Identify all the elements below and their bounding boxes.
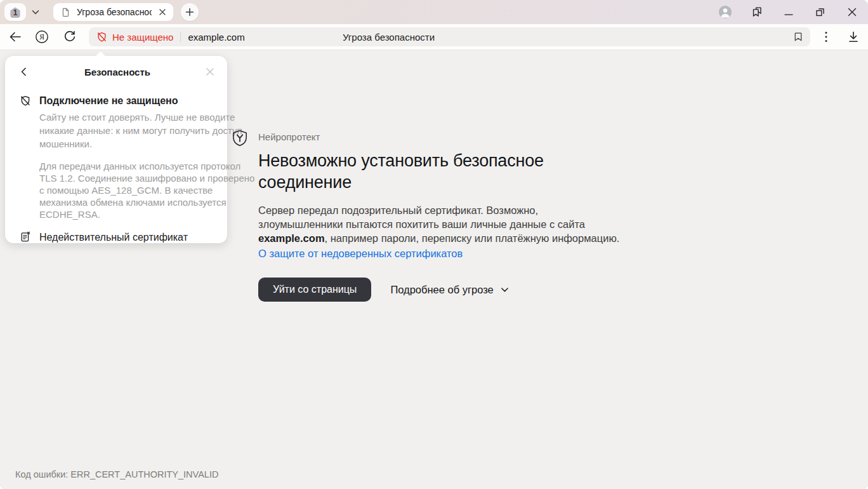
menu-kebab-icon[interactable] <box>819 29 834 44</box>
popup-back-icon[interactable] <box>18 65 30 78</box>
connection-status-title: Подключение не защищено <box>39 95 242 107</box>
error-code: Код ошибки: ERR_CERT_AUTHORITY_INVALID <box>15 469 218 479</box>
minimize-icon[interactable] <box>782 5 796 19</box>
page-icon <box>60 7 71 18</box>
new-tab-button[interactable] <box>181 3 199 21</box>
leave-page-button[interactable]: Уйти со страницы <box>258 278 371 302</box>
tab[interactable]: Угроза безопасности <box>53 3 173 21</box>
tab-counter-button[interactable]: 1 <box>4 3 26 21</box>
certificates-help-link[interactable]: О защите от недоверенных сертификатов <box>258 246 463 260</box>
connection-status-item: Подключение не защищено Сайту не стоит д… <box>5 95 227 151</box>
popup-header: Безопасность <box>5 56 227 78</box>
invalid-certificate-title: Недействительный сертификат <box>39 232 188 243</box>
security-status-label: Не защищено <box>112 32 173 43</box>
bookmark-icon[interactable] <box>792 30 805 43</box>
tab-title: Угроза безопасности <box>77 7 152 17</box>
warning-description: Сервер передал подозрительный сертификат… <box>258 203 652 245</box>
security-popup: Безопасность Подключение не защищено Сай… <box>5 56 227 243</box>
brand-label: Нейропротект <box>258 131 652 142</box>
tab-counter-badge: 1 <box>8 6 22 19</box>
connection-status-description: Сайту не стоит доверять. Лучше не вводит… <box>39 111 242 151</box>
plus-icon <box>185 7 195 17</box>
shield-off-icon <box>19 95 32 107</box>
back-icon[interactable] <box>8 29 23 44</box>
tls-details-text: Для передачи данных используется протоко… <box>39 160 227 220</box>
svg-text:Я: Я <box>39 33 44 41</box>
url-text: example.com <box>188 32 244 43</box>
address-bar[interactable]: Не защищено example.com Угроза безопасно… <box>89 27 810 46</box>
tab-bar: 1 Угроза безопасности <box>0 0 868 24</box>
close-window-icon[interactable] <box>845 5 859 19</box>
security-status-badge[interactable]: Не защищено <box>96 31 173 43</box>
popup-title: Безопасность <box>30 67 204 77</box>
shield-off-icon <box>96 31 108 43</box>
page-title: Невозможно установить безопасное соедине… <box>258 150 652 193</box>
downloads-icon[interactable] <box>846 29 861 44</box>
invalid-certificate-item[interactable]: Недействительный сертификат <box>5 231 227 243</box>
window-controls <box>718 0 859 24</box>
address-bar-page-title: Угроза безопасности <box>343 27 435 46</box>
page-content: Безопасность Подключение не защищено Сай… <box>0 50 868 489</box>
restore-window-icon[interactable] <box>813 5 827 19</box>
certificate-invalid-icon <box>19 231 32 243</box>
browser-window: 1 Угроза безопасности <box>0 0 868 489</box>
popup-close-icon[interactable] <box>204 66 216 77</box>
tab-close-icon[interactable] <box>157 7 168 17</box>
yandex-logo-icon[interactable]: Я <box>34 29 49 44</box>
security-interstitial: Нейропротект Невозможно установить безоп… <box>230 127 652 302</box>
protect-shield-y-icon <box>230 129 249 148</box>
action-buttons: Уйти со страницы Подробнее об угрозе <box>258 278 652 302</box>
threat-details-button[interactable]: Подробнее об угрозе <box>390 284 510 296</box>
toolbar: Я Не защищено example.com Угроза безопас… <box>0 24 868 50</box>
reload-icon[interactable] <box>62 29 77 44</box>
chevron-down-icon <box>499 285 510 295</box>
tabs-dropdown-icon[interactable] <box>29 6 42 18</box>
threat-domain: example.com <box>258 232 325 244</box>
tab-counter-value: 1 <box>8 7 22 19</box>
side-panel-bookmarks-icon[interactable] <box>750 5 764 19</box>
url-divider <box>180 32 181 42</box>
profile-avatar[interactable] <box>718 5 732 19</box>
